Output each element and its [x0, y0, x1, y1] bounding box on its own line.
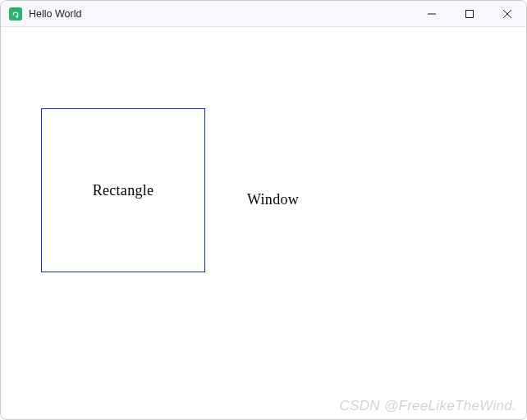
maximize-button[interactable] — [451, 1, 488, 26]
client-area: Rectangle Window CSDN @FreeLikeTheWind. — [1, 27, 526, 419]
svg-rect-2 — [466, 10, 474, 17]
rectangle-label: Rectangle — [93, 182, 154, 199]
close-button[interactable] — [488, 1, 526, 26]
qt-icon — [9, 7, 22, 21]
minimize-button[interactable] — [413, 1, 451, 26]
watermark: CSDN @FreeLikeTheWind. — [340, 398, 517, 414]
window-controls — [413, 1, 526, 26]
close-icon — [503, 10, 511, 18]
window-title: Hello World — [29, 8, 81, 20]
window-frame: Hello World Rectangle — [0, 0, 527, 420]
window-label: Window — [247, 191, 299, 208]
minimize-icon — [428, 10, 436, 18]
svg-rect-0 — [11, 10, 20, 18]
rectangle: Rectangle — [41, 108, 205, 272]
maximize-icon — [465, 10, 474, 18]
titlebar: Hello World — [1, 1, 526, 27]
